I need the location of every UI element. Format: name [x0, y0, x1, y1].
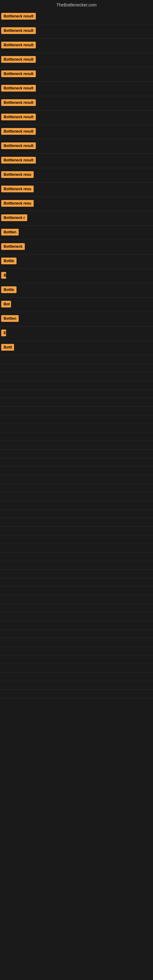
result-row: Bottleneck resu: [0, 197, 153, 211]
empty-row: [0, 604, 153, 612]
empty-row: [0, 458, 153, 467]
bottleneck-badge[interactable]: B: [1, 272, 6, 279]
site-title: TheBottlenecker.com: [0, 0, 153, 10]
empty-row: [0, 595, 153, 604]
bottleneck-badge[interactable]: Bottlen: [1, 315, 19, 322]
bottleneck-badge[interactable]: Bottleneck resu: [1, 186, 33, 192]
bottleneck-badge[interactable]: Bottle: [1, 258, 16, 264]
result-row: Bottleneck result: [0, 125, 153, 139]
bottleneck-badge[interactable]: Bottleneck resu: [1, 171, 33, 178]
result-row: Bottleneck result: [0, 24, 153, 38]
result-row: Bottleneck result: [0, 111, 153, 125]
empty-row: [0, 475, 153, 484]
result-row: Bottleneck result: [0, 139, 153, 154]
empty-row: [0, 398, 153, 407]
bottleneck-badge[interactable]: Bottleneck result: [1, 13, 36, 20]
empty-row: [0, 561, 153, 570]
empty-row: [0, 535, 153, 544]
empty-row: [0, 467, 153, 475]
empty-row: [0, 664, 153, 673]
bottleneck-badge[interactable]: Bottleneck result: [1, 70, 36, 77]
bottleneck-badge[interactable]: Bot: [1, 301, 11, 307]
empty-row: [0, 372, 153, 381]
result-row: Bot: [0, 298, 153, 312]
empty-row: [0, 570, 153, 578]
result-row: Bottleneck result: [0, 96, 153, 111]
bottleneck-badge[interactable]: Bottle: [1, 286, 16, 293]
bottleneck-badge[interactable]: Bottleneck result: [1, 114, 36, 120]
empty-row: [0, 655, 153, 664]
bottleneck-badge[interactable]: Bottleneck result: [1, 128, 36, 135]
result-row: B: [0, 269, 153, 283]
result-row: Bottlen: [0, 226, 153, 240]
empty-row: [0, 510, 153, 518]
empty-row: [0, 415, 153, 424]
result-row: Bottleneck result: [0, 67, 153, 82]
empty-row: [0, 673, 153, 681]
empty-row: [0, 544, 153, 552]
empty-row: [0, 690, 153, 698]
empty-row: [0, 407, 153, 415]
result-row: Bottleneck resu: [0, 168, 153, 183]
result-row: Bottl: [0, 341, 153, 355]
empty-row: [0, 364, 153, 372]
result-row: E: [0, 326, 153, 341]
empty-row: [0, 621, 153, 630]
empty-row: [0, 441, 153, 450]
bottleneck-badge[interactable]: Bottleneck resu: [1, 200, 33, 207]
empty-row: [0, 424, 153, 433]
empty-row: [0, 630, 153, 638]
bottleneck-badge[interactable]: Bottl: [1, 344, 14, 351]
empty-row: [0, 492, 153, 501]
results-container: Bottleneck resultBottleneck resultBottle…: [0, 10, 153, 698]
result-row: Bottle: [0, 255, 153, 269]
bottleneck-badge[interactable]: Bottleneck result: [1, 157, 36, 164]
bottleneck-badge[interactable]: Bottleneck r: [1, 215, 27, 221]
empty-row: [0, 612, 153, 621]
result-row: Bottleneck result: [0, 53, 153, 67]
result-row: Bottleneck result: [0, 82, 153, 96]
bottleneck-badge[interactable]: Bottleneck: [1, 243, 25, 250]
bottleneck-badge[interactable]: E: [1, 329, 6, 336]
result-row: Bottleneck r: [0, 211, 153, 226]
result-row: Bottle: [0, 283, 153, 298]
bottleneck-badge[interactable]: Bottleneck result: [1, 85, 36, 92]
result-row: Bottleneck resu: [0, 183, 153, 197]
result-row: Bottleneck result: [0, 154, 153, 168]
result-row: Bottlen: [0, 312, 153, 326]
empty-row: [0, 587, 153, 595]
empty-row: [0, 501, 153, 510]
bottleneck-badge[interactable]: Bottleneck result: [1, 56, 36, 63]
bottleneck-badge[interactable]: Bottleneck result: [1, 142, 36, 149]
result-row: Bottleneck result: [0, 38, 153, 53]
empty-row: [0, 681, 153, 690]
empty-row: [0, 518, 153, 527]
empty-row: [0, 647, 153, 655]
empty-row: [0, 450, 153, 458]
empty-row: [0, 355, 153, 364]
bottleneck-badge[interactable]: Bottleneck result: [1, 27, 36, 34]
empty-row: [0, 381, 153, 390]
result-row: Bottleneck result: [0, 10, 153, 24]
site-header: TheBottlenecker.com: [0, 0, 153, 10]
empty-row: [0, 578, 153, 587]
bottleneck-badge[interactable]: Bottlen: [1, 229, 19, 235]
empty-row: [0, 527, 153, 535]
result-row: Bottleneck: [0, 240, 153, 255]
bottleneck-badge[interactable]: Bottleneck result: [1, 41, 36, 48]
empty-row: [0, 390, 153, 398]
empty-row: [0, 638, 153, 647]
empty-row: [0, 552, 153, 561]
empty-row: [0, 484, 153, 492]
bottleneck-badge[interactable]: Bottleneck result: [1, 99, 36, 106]
empty-row: [0, 433, 153, 441]
